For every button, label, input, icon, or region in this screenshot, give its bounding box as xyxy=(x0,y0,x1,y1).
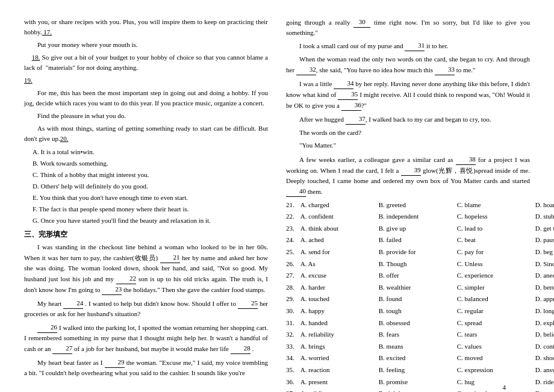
opt-24B: B. failed xyxy=(379,235,451,246)
choice-row-29: 29. A. touched B. found C. balanced D. a… xyxy=(286,294,530,305)
choice-num: 36. xyxy=(286,377,294,388)
passage-p1: I was standing in the checkout line behi… xyxy=(24,242,268,295)
choice-row-28: 28. A. harder B. wealthier C. simpler D.… xyxy=(286,282,530,293)
opt-25B: B. provide for xyxy=(379,247,451,258)
right-para-8: A few weeks earlier, a colleague gave a … xyxy=(286,154,530,197)
passage-p2: My heart 24 . I wanted to help but didn'… xyxy=(24,298,268,319)
opt-35A: A. reaction xyxy=(300,365,373,376)
choice-num: 33. xyxy=(286,341,294,352)
choice-C: C. Think of a hobby that might interest … xyxy=(33,170,268,180)
opt-34D: D. shocked xyxy=(535,353,554,364)
opt-28D: D. better xyxy=(535,282,554,293)
passage-p3: 26 I walked into the parking lot, I spot… xyxy=(24,322,268,354)
opt-33A: A. brings xyxy=(300,341,373,352)
opt-33D: D. contains xyxy=(535,341,554,352)
choice-E: E. You think that you don't have enough … xyxy=(33,193,268,203)
opt-31B: B. obsessed xyxy=(379,318,451,329)
opt-36D: D. ride xyxy=(535,377,554,388)
opt-35C: C. expression xyxy=(457,365,529,376)
section3-title: 三、完形填空 xyxy=(24,229,268,240)
opt-29B: B. found xyxy=(379,294,451,305)
right-para-7: "You Matter." xyxy=(286,140,530,151)
opt-25A: A. send for xyxy=(300,247,373,258)
opt-23A: A. think about xyxy=(300,223,373,234)
choice-num: 30. xyxy=(286,306,294,317)
opt-26B: B. Though xyxy=(379,259,451,270)
opt-22B: B. independent xyxy=(379,211,451,222)
choice-row-23: 23. A. think about B. give up C. lead to… xyxy=(286,223,530,234)
right-para-3: When the woman read the only two words o… xyxy=(286,54,530,75)
opt-37D: D. eagerly xyxy=(535,388,554,392)
opt-23C: C. lead to xyxy=(457,223,529,234)
opt-21B: B. greeted xyxy=(379,200,451,211)
right-column: going through a really 30 time right now… xyxy=(286,17,530,392)
opt-28B: B. wealthier xyxy=(379,282,451,293)
left-para-1: with you, or share recipes with you. Plu… xyxy=(24,17,268,37)
choice-num: 26. xyxy=(286,259,294,270)
page-container: with you, or share recipes with you. Plu… xyxy=(24,17,530,392)
choice-A: A. It is a total win•win. xyxy=(33,147,268,157)
choice-D: D. Others' help will definitely do you g… xyxy=(33,181,268,191)
opt-21C: C. blame xyxy=(457,200,529,211)
opt-25D: D. beg for xyxy=(535,247,554,258)
opt-28A: A. harder xyxy=(300,282,373,293)
left-para-5: For me, this has been the most important… xyxy=(24,88,268,108)
opt-37A: A. wildly xyxy=(300,388,373,392)
choice-G: G. Once you have started you'll find the… xyxy=(33,216,268,226)
opt-21D: D. hoard xyxy=(535,200,554,211)
opt-29C: C. balanced xyxy=(457,294,529,305)
left-para-3: 18. So give out a bit of your budget to … xyxy=(24,52,268,73)
opt-33B: B. means xyxy=(379,341,451,352)
opt-26A: A. As xyxy=(300,259,373,270)
opt-34C: C. moved xyxy=(457,353,529,364)
passage-p4: My heart beat faster as I 29 the woman. … xyxy=(24,357,268,378)
opt-26C: C. Unless xyxy=(457,259,529,270)
opt-32B: B. fears xyxy=(379,329,451,340)
opt-27D: D. anecdote xyxy=(535,270,554,281)
left-column: with you, or share recipes with you. Plu… xyxy=(24,17,268,392)
left-para-4: 19. xyxy=(24,75,268,86)
opt-34B: B. excited xyxy=(379,353,451,364)
choice-num: 21. xyxy=(286,200,294,211)
opt-27B: B. offer xyxy=(379,270,451,281)
right-para-2: I took a small card out of my purse and … xyxy=(286,40,530,51)
opt-33C: C. values xyxy=(457,341,529,352)
choice-row-35: 35. A. reaction B. feeling C. expression… xyxy=(286,365,530,376)
choice-row-32: 32. A. reliability B. fears C. tears D. … xyxy=(286,329,530,340)
opt-24D: D. paused xyxy=(535,235,554,246)
choice-num: 25. xyxy=(286,247,294,258)
opt-31C: C. spread xyxy=(457,318,529,329)
opt-37B: B. tightly xyxy=(379,388,451,392)
choice-row-24: 24. A. ached B. failed C. beat D. paused xyxy=(286,235,530,246)
right-para-1: going through a really 30 time right now… xyxy=(286,17,530,38)
opt-32C: C. tears xyxy=(457,329,529,340)
choice-num: 35. xyxy=(286,365,294,376)
opt-26D: D. Since xyxy=(535,259,554,270)
right-para-4: I was a little 34 by her reply. Having n… xyxy=(286,78,530,111)
choice-row-26: 26. A. As B. Though C. Unless D. Since xyxy=(286,259,530,270)
choice-num: 22. xyxy=(286,211,294,222)
opt-21A: A. charged xyxy=(300,200,373,211)
choice-num: 27. xyxy=(286,270,294,281)
page-number: 4 xyxy=(503,384,506,391)
opt-23B: B. give up xyxy=(379,223,451,234)
opt-30D: D. long xyxy=(535,306,554,317)
opt-27A: A. excuse xyxy=(300,270,373,281)
choice-row-27: 27. A. excuse B. offer C. experience D. … xyxy=(286,270,530,281)
left-para-7: As with most things, starting of getting… xyxy=(24,123,268,144)
opt-29D: D. approached xyxy=(535,294,554,305)
choice-num: 28. xyxy=(286,282,294,293)
answer-choices-section: 21. A. charged B. greeted C. blame D. ho… xyxy=(286,200,530,392)
opt-27C: C. experience xyxy=(457,270,529,281)
opt-31D: D. explained xyxy=(535,318,554,329)
opt-34A: A. worried xyxy=(300,353,373,364)
opt-22D: D. stubborn xyxy=(535,211,554,222)
choice-num: 23. xyxy=(286,223,294,234)
opt-29A: A. touched xyxy=(300,294,373,305)
opt-28C: C. simpler xyxy=(457,282,529,293)
opt-32A: A. reliability xyxy=(300,329,373,340)
opt-35D: D. answer xyxy=(535,365,554,376)
choice-num: 37. xyxy=(286,388,294,392)
choice-row-30: 30. A. happy B. tough C. regular D. long xyxy=(286,306,530,317)
choice-row-34: 34. A. worried B. excited C. moved D. sh… xyxy=(286,353,530,364)
